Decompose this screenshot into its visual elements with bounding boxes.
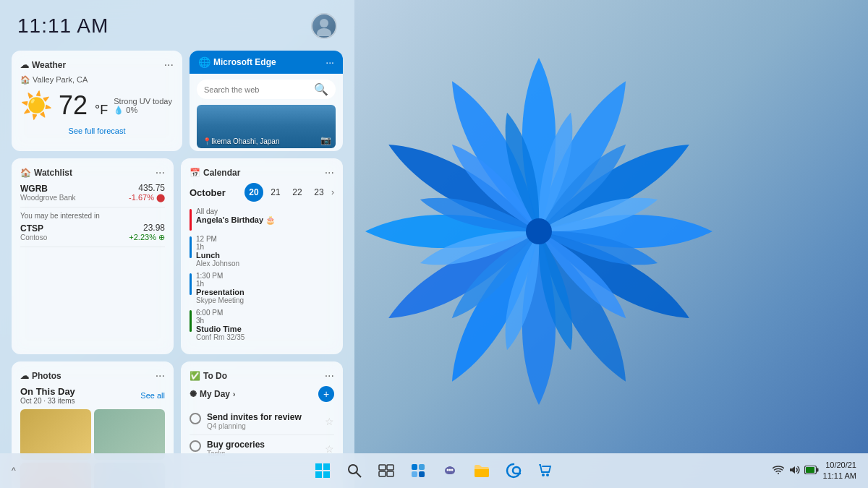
stock-price-2: 23.98 <box>129 223 165 233</box>
svg-rect-3 <box>315 463 322 470</box>
todo-item-1: Send invites for review Q4 planning ☆ <box>190 408 334 435</box>
todo-star-1[interactable]: ☆ <box>325 416 334 427</box>
svg-rect-13 <box>412 464 417 470</box>
svg-rect-12 <box>387 471 393 476</box>
svg-rect-14 <box>419 464 425 470</box>
weather-location: 🏠 Valley Park, CA <box>20 75 174 85</box>
todo-checkbox-1[interactable] <box>190 413 201 424</box>
taskbar-center <box>308 456 560 485</box>
photos-see-all-link[interactable]: See all <box>140 391 165 400</box>
taskbar-chevron-icon[interactable]: ^ <box>12 466 16 476</box>
photos-icon: ☁ <box>20 371 29 381</box>
widget-panel: 11:11 AM ☁ Weather ··· <box>0 0 354 488</box>
weather-widget-header: ☁ Weather ··· <box>20 59 174 71</box>
location-pin-icon: 📍 <box>203 137 211 145</box>
svg-rect-9 <box>379 465 386 470</box>
svg-point-19 <box>447 469 449 471</box>
taskbar-date: 10/20/21 <box>823 460 856 471</box>
search-taskbar-button[interactable] <box>340 456 369 485</box>
stock-ticker-2: CTSP <box>20 223 47 234</box>
panel-header: 11:11 AM <box>0 0 354 45</box>
calendar-title: 📅 Calendar <box>190 168 240 178</box>
edge-taskbar-button[interactable] <box>499 456 528 485</box>
todo-menu-button[interactable]: ··· <box>325 370 334 382</box>
todo-checkbox-2[interactable] <box>190 440 201 452</box>
todo-chevron-icon: › <box>233 390 235 398</box>
photos-menu-button[interactable]: ··· <box>156 370 165 382</box>
photos-meta-row: On This Day Oct 20 · 33 items See all <box>20 386 165 405</box>
edge-search-input[interactable] <box>204 85 310 94</box>
volume-icon[interactable] <box>788 465 800 477</box>
watchlist-title: 🏠 Watchlist <box>20 168 72 178</box>
edge-title: 🌐 Microsoft Edge <box>198 56 276 68</box>
svg-rect-11 <box>379 471 386 476</box>
svg-point-20 <box>449 469 451 471</box>
weather-forecast-link[interactable]: See full forecast <box>20 127 174 135</box>
edge-image-preview: 📍 Ikema Ohashi, Japan 📷 <box>197 105 336 148</box>
svg-rect-26 <box>806 467 814 473</box>
svg-line-8 <box>357 473 362 478</box>
cal-event-presentation: 1:30 PM1h Presentation Skype Meeting <box>190 272 334 304</box>
svg-point-7 <box>349 465 357 474</box>
user-avatar[interactable] <box>311 13 337 39</box>
cal-event-bar-studio <box>190 310 192 332</box>
calendar-menu-button[interactable]: ··· <box>325 167 334 179</box>
cloud-icon: ☁ <box>20 60 29 70</box>
weather-sun-icon: ☀️ <box>20 90 53 121</box>
watchlist-header: 🏠 Watchlist ··· <box>20 167 165 179</box>
todo-title: ✅ To Do <box>190 371 227 381</box>
calendar-days: 20 21 22 23 › <box>244 183 334 202</box>
wifi-icon[interactable] <box>773 465 784 477</box>
weather-condition: Strong UV today 💧 0% <box>114 97 172 115</box>
stock-price-1: 435.75 <box>129 183 165 193</box>
stock-item-2: CTSP Contoso 23.98 +2.23% ⊕ <box>20 223 165 247</box>
stock-item-1: WGRB Woodgrove Bank 435.75 -1.67% ⬤ <box>20 183 165 207</box>
cal-day-20[interactable]: 20 <box>244 183 263 202</box>
todo-icon: ✅ <box>190 371 200 381</box>
todo-add-button[interactable]: + <box>318 386 334 402</box>
edge-header-bar: 🌐 Microsoft Edge ··· <box>190 51 343 74</box>
todo-sun-icon: ✺ <box>190 389 197 399</box>
calendar-widget: 📅 Calendar ··· October 20 21 22 23 › <box>181 158 343 354</box>
taskbar-left: ^ <box>6 453 22 488</box>
weather-menu-button[interactable]: ··· <box>164 59 174 71</box>
todo-task-title-1: Send invites for review <box>207 412 302 422</box>
photo-thumb-2 <box>94 409 165 460</box>
task-view-button[interactable] <box>372 456 401 485</box>
taskbar-right: 10/20/21 11:11 AM <box>767 453 862 488</box>
svg-point-0 <box>526 218 552 244</box>
edge-logo-icon: 🌐 <box>198 56 210 68</box>
todo-header: ✅ To Do ··· <box>190 370 334 382</box>
cal-day-21[interactable]: 21 <box>266 183 285 202</box>
start-menu-button[interactable] <box>308 456 337 485</box>
cal-event-bar-presentation <box>190 273 192 295</box>
cal-event-birthday: All day Angela's Birthday 🎂 <box>190 207 334 231</box>
battery-icon[interactable] <box>804 465 819 476</box>
watchlist-menu-button[interactable]: ··· <box>156 167 165 179</box>
calendar-chevron-icon[interactable]: › <box>331 187 334 197</box>
svg-rect-25 <box>816 468 818 472</box>
chat-taskbar-button[interactable] <box>435 456 464 485</box>
cal-day-23[interactable]: 23 <box>310 183 328 202</box>
todo-section-header: ✺ My Day › + <box>190 386 334 402</box>
widgets-taskbar-button[interactable] <box>404 456 433 485</box>
taskbar-datetime[interactable]: 10/20/21 11:11 AM <box>823 460 856 482</box>
photos-subtitle: On This Day <box>20 386 75 397</box>
svg-point-23 <box>546 474 549 476</box>
edge-caption: Ikema Ohashi, Japan <box>211 137 280 145</box>
cal-day-22[interactable]: 22 <box>288 183 307 202</box>
svg-point-22 <box>542 474 545 476</box>
photo-thumb-1 <box>20 409 91 460</box>
edge-search-bar[interactable]: 🔍 <box>197 80 336 99</box>
stock-company-2: Contoso <box>20 234 47 241</box>
svg-rect-4 <box>323 463 330 470</box>
cal-event-studio: 6:00 PM3h Studio Time Conf Rm 32/35 <box>190 309 334 341</box>
edge-menu-button[interactable]: ··· <box>326 56 334 68</box>
edge-widget: 🌐 Microsoft Edge ··· 🔍 📍 Ikema Ohashi, J… <box>190 51 343 151</box>
calendar-month: October <box>190 187 226 198</box>
search-icon: 🔍 <box>314 82 328 96</box>
svg-point-21 <box>451 469 454 471</box>
store-taskbar-button[interactable] <box>531 456 560 485</box>
widgets-area: ☁ Weather ··· 🏠 Valley Park, CA ☀️ 72 °F <box>0 45 354 488</box>
file-explorer-taskbar-button[interactable] <box>467 456 496 485</box>
